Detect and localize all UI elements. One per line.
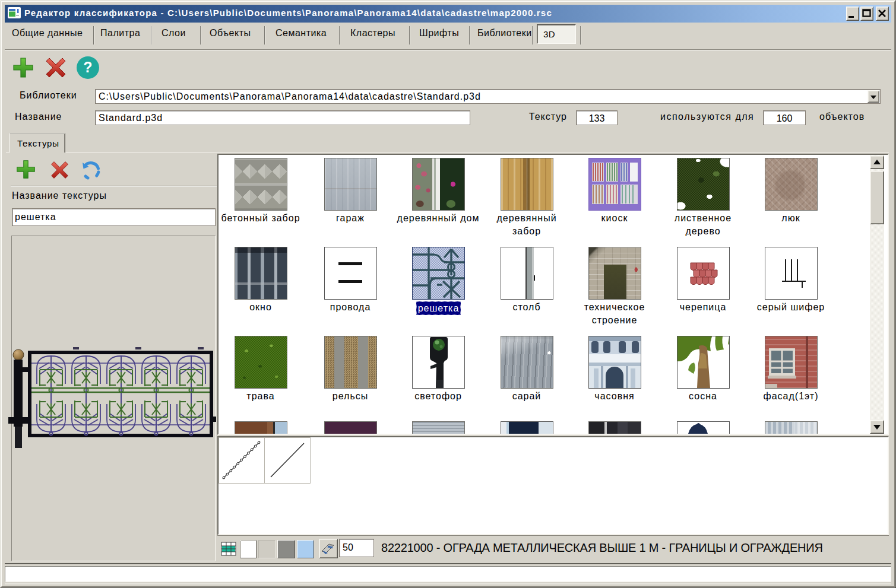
svg-text:?: ? [83, 59, 92, 75]
